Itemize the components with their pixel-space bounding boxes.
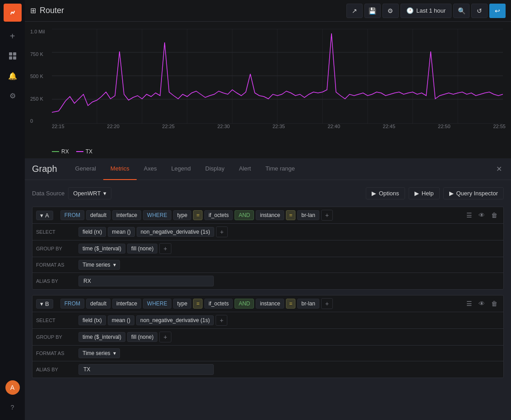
legend-tx[interactable]: TX — [76, 148, 92, 155]
sidebar-item-add[interactable]: + — [4, 27, 22, 45]
query-a-format-value: Time series — [83, 262, 110, 268]
query-a-table[interactable]: interface — [112, 210, 141, 220]
save-button[interactable]: 💾 — [364, 4, 381, 18]
query-a-add-condition-button[interactable]: + — [321, 210, 333, 221]
query-a-groupby-fill[interactable]: fill (none) — [127, 244, 157, 254]
tab-display[interactable]: Display — [198, 158, 232, 180]
tab-axes[interactable]: Axes — [137, 158, 164, 180]
query-b-groupby-fill[interactable]: fill (none) — [127, 332, 157, 342]
svg-rect-1 — [9, 52, 12, 55]
clock-icon: 🕐 — [406, 7, 414, 14]
legend-rx-line — [52, 151, 59, 152]
query-a-where-value[interactable]: if_octets — [204, 210, 233, 220]
legend-rx[interactable]: RX — [52, 148, 69, 155]
datasource-value: OpenWRT — [73, 190, 101, 197]
query-a-alias-input[interactable] — [78, 276, 214, 286]
query-a-select-field[interactable]: field (rx) — [78, 227, 106, 237]
tab-metrics[interactable]: Metrics — [103, 158, 137, 180]
query-a-eye-button[interactable]: 👁 — [476, 210, 487, 220]
query-b-where-field[interactable]: type — [173, 299, 192, 309]
query-a-groupby-time[interactable]: time ($_interval) — [78, 244, 125, 254]
time-range-label: Last 1 hour — [416, 7, 446, 14]
query-b-row-actions: ☰ 👁 🗑 — [464, 299, 500, 309]
query-b-add-condition-button[interactable]: + — [321, 298, 333, 309]
query-a-from-keyword: FROM — [60, 210, 84, 220]
query-b-and-field[interactable]: instance — [256, 299, 284, 309]
query-a-select-label: SELECT — [36, 227, 77, 236]
x-label-1: 22:15 — [52, 124, 64, 129]
refresh-icon: ↺ — [477, 7, 482, 14]
query-b-select-field[interactable]: field (tx) — [78, 315, 106, 325]
query-a-select-derivative[interactable]: non_negative_derivative (1s) — [137, 227, 214, 237]
query-b-add-select-button[interactable]: + — [216, 315, 227, 326]
query-b-letter[interactable]: ▾ B — [36, 299, 53, 309]
settings-button[interactable]: ⚙ — [382, 4, 399, 18]
metrics-content: Data Source OpenWRT ▾ ▶ Options ▶ Help ▶… — [25, 180, 511, 420]
sidebar-item-help[interactable]: ? — [4, 398, 22, 416]
query-b-alias-input[interactable] — [78, 364, 214, 375]
triangle-icon: ▶ — [372, 190, 376, 197]
datasource-select[interactable]: OpenWRT ▾ — [68, 187, 111, 199]
query-b-and-op[interactable]: = — [286, 299, 295, 309]
tab-legend[interactable]: Legend — [164, 158, 198, 180]
query-b-and-value[interactable]: br-lan — [297, 299, 319, 309]
query-a-and-keyword[interactable]: AND — [235, 210, 254, 220]
query-inspector-button[interactable]: ▶ Query Inspector — [443, 187, 504, 199]
sidebar-item-dashboards[interactable] — [4, 47, 22, 65]
query-a-add-select-button[interactable]: + — [216, 226, 228, 237]
sidebar-item-settings[interactable]: ⚙ — [4, 87, 22, 105]
query-a-format-select[interactable]: Time series ▾ — [78, 260, 120, 270]
query-a-letter[interactable]: ▾ A — [36, 211, 53, 220]
query-b-table[interactable]: interface — [112, 299, 141, 309]
query-b-add-groupby-button[interactable]: + — [159, 332, 171, 342]
query-b-where-op[interactable]: = — [193, 299, 203, 309]
query-a-and-field[interactable]: instance — [256, 210, 284, 220]
options-button[interactable]: ▶ Options — [366, 187, 405, 199]
query-a-select-mean[interactable]: mean () — [108, 227, 134, 237]
triangle-icon-qi: ▶ — [449, 190, 454, 197]
query-b-from-keyword: FROM — [60, 299, 84, 309]
query-inspector-label: Query Inspector — [456, 190, 498, 197]
query-a-select-row: SELECT field (rx) mean () non_negative_d… — [32, 224, 503, 240]
query-a-add-groupby-button[interactable]: + — [159, 243, 171, 254]
refresh-button[interactable]: ↺ — [471, 4, 488, 18]
query-a-and-op[interactable]: = — [286, 210, 295, 220]
sidebar-item-alerts[interactable]: 🔔 — [4, 67, 22, 85]
query-b-select-mean[interactable]: mean () — [108, 315, 134, 325]
collapse-icon: ▾ — [40, 212, 43, 219]
close-panel-editor-button[interactable]: ✕ — [494, 163, 504, 175]
tab-general[interactable]: General — [68, 158, 103, 180]
grafana-logo-icon — [7, 7, 18, 18]
tab-time-range[interactable]: Time range — [258, 158, 302, 180]
query-a-measurement[interactable]: default — [86, 210, 110, 220]
query-b-menu-button[interactable]: ☰ — [464, 299, 474, 309]
panel-title: Graph — [32, 164, 57, 174]
app-logo[interactable] — [4, 4, 22, 22]
share-button[interactable]: ↗ — [346, 4, 363, 18]
help-button[interactable]: ▶ Help — [409, 187, 440, 199]
collapse-icon-b: ▾ — [40, 300, 43, 307]
query-b-where-value[interactable]: if_octets — [204, 299, 233, 309]
query-b-delete-button[interactable]: 🗑 — [489, 299, 500, 309]
query-b-select-derivative[interactable]: non_negative_derivative (1s) — [136, 315, 214, 325]
query-b-measurement[interactable]: default — [86, 299, 110, 309]
query-a-menu-button[interactable]: ☰ — [464, 210, 474, 220]
query-b-eye-button[interactable]: 👁 — [476, 299, 487, 309]
time-range-button[interactable]: 🕐 Last 1 hour — [401, 4, 451, 18]
query-a-and-value[interactable]: br-lan — [297, 210, 319, 220]
metrics-toolbar: Data Source OpenWRT ▾ ▶ Options ▶ Help ▶… — [32, 187, 504, 199]
query-a-delete-button[interactable]: 🗑 — [489, 210, 500, 220]
zoom-button[interactable]: 🔍 — [453, 4, 470, 18]
query-a-where-op[interactable]: = — [193, 210, 203, 220]
query-a-where-field[interactable]: type — [173, 210, 192, 220]
back-button[interactable]: ↩ — [489, 4, 506, 18]
y-label-4: 250 K — [30, 96, 45, 102]
query-b-and-keyword[interactable]: AND — [235, 299, 254, 309]
tab-alert[interactable]: Alert — [232, 158, 258, 180]
query-b-format-label: FORMAT AS — [36, 349, 77, 358]
query-b-format-select[interactable]: Time series ▾ — [78, 348, 120, 358]
query-b-groupby-time[interactable]: time ($_interval) — [78, 332, 125, 342]
topbar-actions: ↗ 💾 ⚙ 🕐 Last 1 hour 🔍 ↺ ↩ — [346, 4, 506, 18]
user-avatar[interactable]: A — [5, 380, 20, 395]
format-b-chevron-icon: ▾ — [113, 350, 116, 356]
